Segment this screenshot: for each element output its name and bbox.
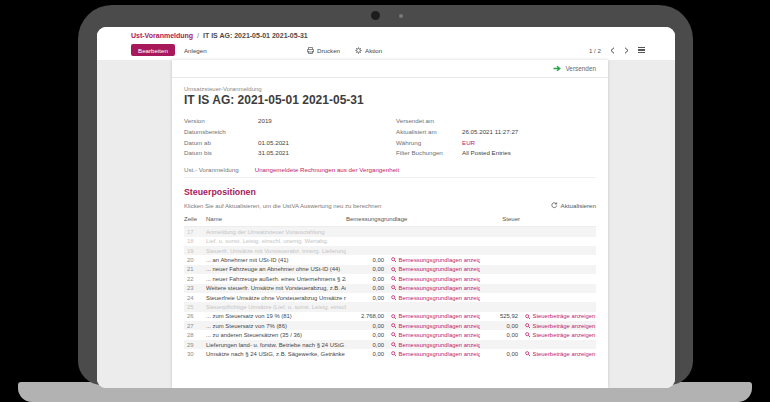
base-amounts-link[interactable]: Bemessungsgrundlagen anzeigen <box>386 285 480 291</box>
cell-zeile: 28 <box>184 332 206 338</box>
cell-zeile: 21 <box>184 266 206 272</box>
table-row: 28... zu anderen Steuersätzen (35 / 36)0… <box>184 330 596 339</box>
magnifier-icon <box>391 267 397 273</box>
cell-zeile: 30 <box>184 351 206 357</box>
table-row: 20... an Abnehmer mit USt-ID (41)0,00Bem… <box>184 255 596 264</box>
content-area: Versenden Umsatzsteuer-Voranmeldung IT I… <box>97 60 675 388</box>
cell-zeile: 17 <box>184 229 206 235</box>
cell-base-amount: 0,00 <box>346 285 386 291</box>
base-amounts-link[interactable]: Bemessungsgrundlagen anzeigen <box>386 295 480 301</box>
tax-amounts-link-label: Steuerbeträge anzeigen <box>533 332 596 338</box>
tax-amounts-link[interactable]: Steuerbeträge anzeigen <box>520 351 596 357</box>
document-title: IT IS AG: 2021-05-01 2021-05-31 <box>184 93 596 107</box>
base-amounts-link[interactable]: Bemessungsgrundlagen anzeigen <box>386 351 480 357</box>
field-section: Version2019DatumsbereichDatum ab01.05.20… <box>184 116 596 159</box>
table-row: 23Weitere steuerfr. Umsätze mit Vorsteue… <box>184 284 596 293</box>
refresh-hint: Klicken Sie auf Aktualisieren, um die Us… <box>184 203 381 209</box>
tab-unangemeldete-rechnungen-aus-der-vergangenheit[interactable]: Unangemeldete Rechnungen aus der Vergang… <box>255 166 399 173</box>
magnifier-icon <box>391 323 397 329</box>
cell-name: ... zu anderen Steuersätzen (35 / 36) <box>206 332 346 338</box>
table-row: 29Lieferungen land- u. forstw. Betriebe … <box>184 340 596 349</box>
base-amounts-link[interactable]: Bemessungsgrundlagen anzeigen <box>386 313 480 319</box>
hamburger-icon[interactable] <box>638 47 645 53</box>
field-value: All Posted Entries <box>462 148 511 159</box>
tax-amounts-link[interactable]: Steuerbeträge anzeigen <box>520 323 596 329</box>
action-button[interactable]: Aktion <box>355 47 382 54</box>
positions-table: Zeile Name Bemessungsgrundlage Steuer 17… <box>184 214 596 358</box>
cell-name: Umsätze nach § 24 UStG, z.B. Sägewerke, … <box>206 351 346 357</box>
base-amounts-link-label: Bemessungsgrundlagen anzeigen <box>399 342 481 348</box>
base-amounts-link-label: Bemessungsgrundlagen anzeigen <box>399 351 481 357</box>
pager: 1 / 2 <box>589 47 645 54</box>
column-header-zeile: Zeile <box>184 216 206 222</box>
breadcrumb-record: IT IS AG: 2021-05-01 2021-05-31 <box>203 32 308 39</box>
cell-name: Steuerfreie Umsätze ohne Vorsteuerabzug … <box>206 295 346 301</box>
cell-name: Steuerpflichtige Umsätze (Lief. u. sonst… <box>206 304 346 310</box>
refresh-button[interactable]: Aktualisieren <box>551 202 596 209</box>
magnifier-icon <box>391 342 397 348</box>
field-label: Filter Buchungen <box>396 148 462 159</box>
cell-zeile: 26 <box>184 313 206 319</box>
camera-icon <box>371 11 380 20</box>
base-amounts-link[interactable]: Bemessungsgrundlagen anzeigen <box>386 276 480 282</box>
field-row: WährungEUR <box>396 138 596 149</box>
send-label: Versenden <box>565 65 596 72</box>
field-value[interactable]: EUR <box>462 138 475 149</box>
cell-name: Steuerfr. Umsätze mit Vorsteuerabz. inne… <box>206 248 346 254</box>
tab-ust-voranmeldung[interactable]: Ust.- Voranmeldung <box>184 166 239 173</box>
cell-zeile: 20 <box>184 257 206 263</box>
magnifier-icon <box>525 323 531 329</box>
field-value: 2019 <box>258 116 272 127</box>
chevron-right-icon <box>624 47 629 54</box>
table-row: 24Steuerfreie Umsätze ohne Vorsteuerabzu… <box>184 293 596 302</box>
cell-name: Lieferungen land- u. forstw. Betriebe na… <box>206 342 346 348</box>
edit-button[interactable]: Bearbeiten <box>131 44 175 56</box>
base-amounts-link[interactable]: Bemessungsgrundlagen anzeigen <box>386 266 480 272</box>
tax-amounts-link-label: Steuerbeträge anzeigen <box>533 313 596 319</box>
magnifier-icon <box>391 285 397 291</box>
cell-zeile: 25 <box>184 304 206 310</box>
breadcrumb: Ust-Voranmeldung / IT IS AG: 2021-05-01 … <box>131 31 645 40</box>
cell-name: Anmeldung der Umsatzsteuer Vorauszahlung <box>206 229 346 235</box>
base-amounts-link-label: Bemessungsgrundlagen anzeigen <box>399 295 481 301</box>
base-amounts-link[interactable]: Bemessungsgrundlagen anzeigen <box>386 257 480 263</box>
base-amounts-link[interactable]: Bemessungsgrundlagen anzeigen <box>386 323 480 329</box>
camera-led-icon <box>399 14 403 18</box>
table-row: 19Steuerfr. Umsätze mit Vorsteuerabz. in… <box>184 246 596 255</box>
field-label: Datum bis <box>184 148 258 159</box>
field-label: Datum ab <box>184 138 258 149</box>
base-amounts-link[interactable]: Bemessungsgrundlagen anzeigen <box>386 332 480 338</box>
printer-icon <box>307 47 314 54</box>
cell-base-amount: 0,00 <box>346 266 386 272</box>
table-row: 26... zum Steuersatz von 19 % (81)2.768,… <box>184 312 596 321</box>
app-screen: Ust-Voranmeldung / IT IS AG: 2021-05-01 … <box>97 27 675 388</box>
create-button[interactable]: Anlegen <box>184 47 207 54</box>
cell-zeile: 19 <box>184 248 206 254</box>
pager-next-button[interactable] <box>624 47 629 54</box>
magnifier-icon <box>391 295 397 301</box>
field-label: Währung <box>396 138 462 149</box>
cell-tax-amount: 525,92 <box>480 313 520 319</box>
column-header-steuer: Steuer <box>480 216 520 222</box>
tax-amounts-link[interactable]: Steuerbeträge anzeigen <box>520 313 596 319</box>
pager-prev-button[interactable] <box>610 47 615 54</box>
cell-name: ... neuer Fahrzeuge außerh. eines Untern… <box>206 276 346 282</box>
send-button[interactable]: Versenden <box>172 60 608 78</box>
breadcrumb-section-link[interactable]: Ust-Voranmeldung <box>131 32 193 39</box>
breadcrumb-separator: / <box>197 32 199 39</box>
document-type-label: Umsatzsteuer-Voranmeldung <box>184 86 596 92</box>
base-amounts-link-label: Bemessungsgrundlagen anzeigen <box>399 276 481 282</box>
table-row: 22... neuer Fahrzeuge außerh. eines Unte… <box>184 274 596 283</box>
fields-right-column: Versendet amAktualisiert am26.05.2021 11… <box>396 116 596 159</box>
toolbar-buttons: Bearbeiten Anlegen Drucken Aktion 1 / 2 <box>131 43 645 57</box>
print-button[interactable]: Drucken <box>307 47 340 54</box>
cell-base-amount: 0,00 <box>346 342 386 348</box>
field-row: Datum bis31.05.2021 <box>184 148 396 159</box>
field-row: Version2019 <box>184 116 396 127</box>
section-heading: Steuerpositionen <box>184 187 596 197</box>
cell-name: ... an Abnehmer mit USt-ID (41) <box>206 257 346 263</box>
field-label: Aktualisiert am <box>396 127 462 138</box>
base-amounts-link[interactable]: Bemessungsgrundlagen anzeigen <box>386 342 480 348</box>
tax-amounts-link[interactable]: Steuerbeträge anzeigen <box>520 332 596 338</box>
green-arrow-right-icon <box>553 65 561 72</box>
